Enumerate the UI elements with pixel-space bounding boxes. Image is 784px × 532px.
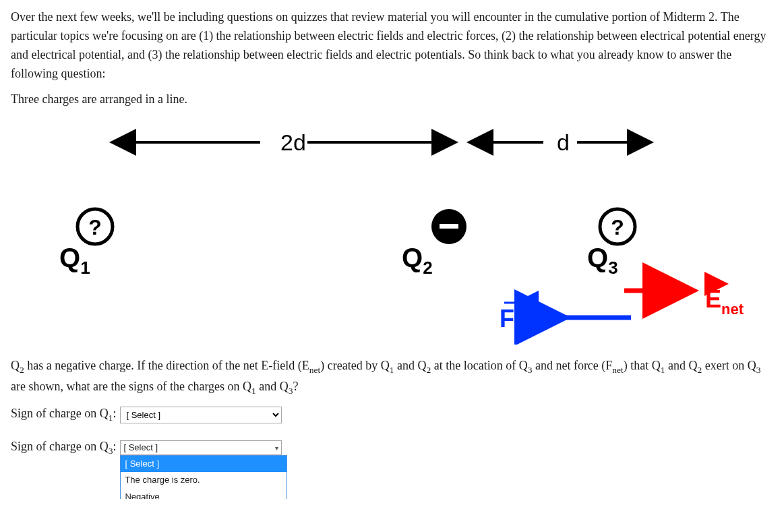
svg-text:?: ?	[611, 215, 624, 239]
q1-answer-label: Sign of charge on Q1:	[11, 405, 116, 425]
q3-sign-select[interactable]: [ Select ] ▾	[120, 440, 282, 455]
option-placeholder[interactable]: [ Select ]	[121, 456, 287, 472]
chevron-down-icon: ▾	[275, 443, 278, 454]
q1-label: Q1	[59, 243, 90, 278]
option-zero[interactable]: The charge is zero.	[121, 472, 287, 488]
q3-sign-options[interactable]: [ Select ] The charge is zero. Negative …	[120, 455, 287, 498]
question-paragraph: Q2 has a negative charge. If the directi…	[11, 357, 773, 398]
fnet-label: Fnet	[500, 305, 537, 337]
q1-sign-select[interactable]: [ Select ]	[120, 407, 282, 423]
q3-answer-label: Sign of charge on Q3:	[11, 438, 116, 459]
intro-paragraph: Over the next few weeks, we'll be includ…	[11, 8, 773, 84]
option-negative[interactable]: Negative	[121, 489, 287, 499]
charges-diagram: 2d d ? Q1 Q2 ? Q3 Enet	[11, 115, 773, 345]
setup-line: Three charges are arranged in a line.	[11, 90, 773, 109]
distance-2d: 2d	[280, 129, 306, 155]
q3-label: Q3	[587, 243, 618, 278]
svg-rect-5	[440, 224, 458, 229]
svg-text:?: ?	[88, 215, 102, 239]
enet-label: Enet	[705, 285, 744, 318]
q2-label: Q2	[402, 243, 433, 278]
distance-d: d	[557, 129, 570, 155]
